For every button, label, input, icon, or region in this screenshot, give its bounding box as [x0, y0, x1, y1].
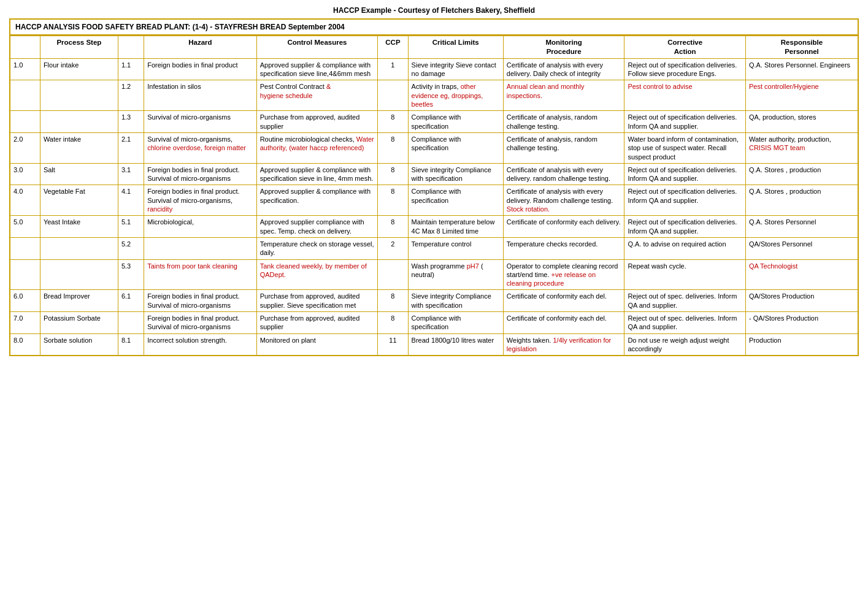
step-number: [10, 237, 40, 259]
responsible-personnel: Pest controller/Hygiene: [745, 80, 858, 111]
sub-number: 3.1: [118, 163, 144, 185]
control-measures: Approved supplier compliance with spec. …: [256, 216, 378, 238]
monitoring-procedure: Temperature checks recorded.: [503, 237, 624, 259]
col-control: Control Measures: [256, 36, 378, 59]
step-number: 5.0: [10, 216, 40, 238]
table-row: 5.0Yeast Intake5.1Microbiological,Approv…: [10, 216, 858, 238]
ccp: 8: [378, 111, 408, 133]
col-process: Process Step: [40, 36, 118, 59]
col-corrective: CorrectiveAction: [624, 36, 746, 59]
process-step: Sorbate solution: [40, 333, 118, 356]
step-number: 6.0: [10, 290, 40, 312]
sub-number: 2.1: [118, 132, 144, 163]
corrective-action: Do not use re weigh adjust weight accord…: [624, 333, 746, 356]
control-measures: Tank cleaned weekly, by member of QADept…: [256, 259, 378, 290]
monitoring-procedure: Certificate of analysis with every deliv…: [503, 58, 624, 80]
page-title: HACCP Example - Courtesy of Fletchers Ba…: [9, 6, 859, 15]
critical-limits: Sieve integrity Compliance with specific…: [408, 163, 503, 185]
responsible-personnel: QA/Stores Personnel: [745, 237, 858, 259]
process-step: Vegetable Fat: [40, 185, 118, 216]
monitoring-procedure: Certificate of analysis, random challeng…: [503, 132, 624, 163]
monitoring-procedure: Certificate of conformity each del.: [503, 312, 624, 334]
hazard: Infestation in silos: [144, 80, 256, 111]
table-row: 1.0Flour intake1.1Foreign bodies in fina…: [10, 58, 858, 80]
control-measures: Purchase from approved, audited supplier: [256, 111, 378, 133]
col-sub-num: [118, 36, 144, 59]
critical-limits: Temperature control: [408, 237, 503, 259]
sub-number: 6.1: [118, 290, 144, 312]
monitoring-procedure: Certificate of conformity each delivery.: [503, 216, 624, 238]
responsible-personnel: Q.A. Stores , production: [745, 185, 858, 216]
critical-limits: Compliance with specification: [408, 312, 503, 334]
ccp: 8: [378, 185, 408, 216]
responsible-personnel: QA, production, stores: [745, 111, 858, 133]
sub-number: 1.3: [118, 111, 144, 133]
ccp: 2: [378, 237, 408, 259]
hazard: Survival of micro-organisms, chlorine ov…: [144, 132, 256, 163]
process-step: [40, 259, 118, 290]
corrective-action: Reject out of specification deliveries. …: [624, 185, 746, 216]
critical-limits: Maintain temperature below 4C Max 8 Limi…: [408, 216, 503, 238]
corrective-action: Q.A. to advise on required action: [624, 237, 746, 259]
sub-number: 8.1: [118, 333, 144, 356]
col-step-num: [10, 36, 40, 59]
ccp: 8: [378, 312, 408, 334]
responsible-personnel: QA Technologist: [745, 259, 858, 290]
control-measures: Purchase from approved, audited supplier: [256, 312, 378, 334]
step-number: 1.0: [10, 58, 40, 80]
monitoring-procedure: Annual clean and monthly inspections.: [503, 80, 624, 111]
critical-limits: Wash programme pH7 ( neutral): [408, 259, 503, 290]
step-number: [10, 259, 40, 290]
haccp-table: Process Step Hazard Control Measures CCP…: [9, 36, 859, 356]
step-number: 3.0: [10, 163, 40, 185]
ccp: [378, 259, 408, 290]
process-step: Potassium Sorbate: [40, 312, 118, 334]
ccp: 11: [378, 333, 408, 356]
table-row: 5.3Taints from poor tank cleaningTank cl…: [10, 259, 858, 290]
step-number: 8.0: [10, 333, 40, 356]
monitoring-procedure: Certificate of analysis with every deliv…: [503, 185, 624, 216]
step-number: 2.0: [10, 132, 40, 163]
hazard: Microbiological,: [144, 216, 256, 238]
table-row: 1.3Survival of micro-organismsPurchase f…: [10, 111, 858, 133]
sub-number: 5.1: [118, 216, 144, 238]
responsible-personnel: Production: [745, 333, 858, 356]
process-step: Water intake: [40, 132, 118, 163]
corrective-action: Water board inform of contamination, sto…: [624, 132, 746, 163]
responsible-personnel: Q.A. Stores , production: [745, 163, 858, 185]
ccp: 8: [378, 163, 408, 185]
hazard: Taints from poor tank cleaning: [144, 259, 256, 290]
ccp: 8: [378, 290, 408, 312]
col-monitoring: MonitoringProcedure: [503, 36, 624, 59]
responsible-personnel: Water authority, production, CRISIS MGT …: [745, 132, 858, 163]
corrective-action: Reject out of specification deliveries. …: [624, 111, 746, 133]
hazard: Foreign bodies in final product. Surviva…: [144, 163, 256, 185]
monitoring-procedure: Certificate of conformity each del.: [503, 290, 624, 312]
table-header-row: Process Step Hazard Control Measures CCP…: [10, 36, 858, 59]
table-row: 7.0Potassium SorbateForeign bodies in fi…: [10, 312, 858, 334]
table-row: 4.0Vegetable Fat4.1Foreign bodies in fin…: [10, 185, 858, 216]
table-row: 2.0Water intake2.1Survival of micro-orga…: [10, 132, 858, 163]
critical-limits: Sieve integrity Compliance with specific…: [408, 290, 503, 312]
col-critical: Critical Limits: [408, 36, 503, 59]
responsible-personnel: Q.A. Stores Personnel: [745, 216, 858, 238]
hazard: Foreign bodies in final product. Surviva…: [144, 290, 256, 312]
sub-number: 1.1: [118, 58, 144, 80]
critical-limits: Sieve integrity Sieve contact no damage: [408, 58, 503, 80]
control-measures: Pest Control Contract &hygiene schedule: [256, 80, 378, 111]
control-measures: Approved supplier & compliance with spec…: [256, 163, 378, 185]
control-measures: Approved supplier & compliance with spec…: [256, 185, 378, 216]
control-measures: Purchase from approved, audited supplier…: [256, 290, 378, 312]
monitoring-procedure: Certificate of analysis, random challeng…: [503, 111, 624, 133]
sub-number: [118, 312, 144, 334]
ccp: 1: [378, 58, 408, 80]
col-ccp: CCP: [378, 36, 408, 59]
corrective-action: Reject out of specification deliveries. …: [624, 58, 746, 80]
ccp: 8: [378, 216, 408, 238]
corrective-action: Reject out of specification deliveries. …: [624, 163, 746, 185]
process-step: Flour intake: [40, 58, 118, 80]
table-row: 1.2Infestation in silosPest Control Cont…: [10, 80, 858, 111]
critical-limits: Activity in traps, other evidence eg, dr…: [408, 80, 503, 111]
step-number: [10, 111, 40, 133]
monitoring-procedure: Certificate of analysis with every deliv…: [503, 163, 624, 185]
